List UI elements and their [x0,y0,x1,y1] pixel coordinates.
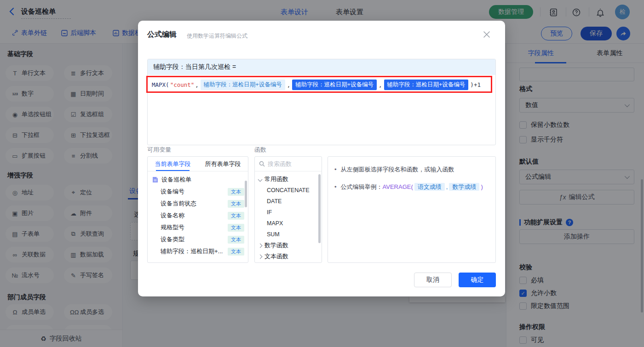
function-search-input[interactable] [268,160,309,167]
field-chip[interactable]: 辅助字段：巡检日期+设备编号 [201,80,285,90]
form-tree-root[interactable]: 设备巡检单 [148,171,248,186]
variables-pane: 当前表单字段 所有表单字段 设备巡检单 设备编号文本 设备当前状态文本 设备名称… [147,156,248,263]
functions-label: 函数 [254,146,266,154]
example-function: AVERAGE( [383,183,413,190]
example-field-chip: 数学成绩 [449,183,479,191]
type-tag: 文本 [228,248,244,256]
function-search[interactable] [255,157,322,171]
variable-field-row[interactable]: 设备编号文本 [148,186,248,198]
example-field-chip: 语文成绩 [414,183,445,191]
variables-label: 可用变量 [147,146,171,154]
formula-input[interactable]: MAPX("count",辅助字段：巡检日期+设备编号,辅助字段：巡检日期+设备… [148,77,495,92]
help-line-1: • 从左侧面板选择字段名和函数，或输入函数 [334,165,489,175]
chevron-right-icon [258,243,263,248]
formula-edit-dialog: 公式编辑 使用数学运算符编辑公式 辅助字段：当日第几次巡检 = MAPX("co… [138,21,505,296]
tab-all-form-fields[interactable]: 所有表单字段 [198,157,248,171]
chevron-down-icon [258,177,263,182]
search-icon [259,161,265,167]
variable-field-row[interactable]: 规格型号文本 [148,222,248,233]
field-chip-selected[interactable]: 辅助字段：巡检日期+设备编号 [384,80,469,90]
confirm-button[interactable]: 确定 [459,273,496,287]
close-icon[interactable] [480,28,493,41]
field-chip-selected[interactable]: 辅助字段：巡检日期+设备编号 [292,80,377,90]
dialog-title: 公式编辑 [147,30,177,40]
variable-field-row[interactable]: 设备名称文本 [148,210,248,222]
formula-editor: 辅助字段：当日第几次巡检 = MAPX("count",辅助字段：巡检日期+设备… [147,59,496,145]
help-line-2: • 公式编辑举例：AVERAGE(语文成绩,数学成绩) [334,182,489,192]
function-group-common[interactable]: 常用函数 [255,174,322,185]
function-item[interactable]: IF [255,207,322,218]
variable-field-row[interactable]: 设备类型文本 [148,233,248,245]
function-item[interactable]: MAPX [255,218,322,229]
function-group-math[interactable]: 数学函数 [255,240,322,251]
type-tag: 文本 [228,212,244,220]
tab-current-form-fields[interactable]: 当前表单字段 [148,157,198,171]
variable-field-row[interactable]: 设备当前状态文本 [148,198,248,210]
function-item[interactable]: CONCATENATE [255,185,322,196]
function-item[interactable]: SUM [255,229,322,240]
type-tag: 文本 [228,200,244,208]
functions-pane: 常用函数 CONCATENATE DATE IF MAPX SUM 数学函数 文… [254,156,322,263]
type-tag: 文本 [228,224,244,232]
variables-scrollbar[interactable] [245,181,247,207]
string-token: "count" [170,81,195,88]
variable-field-row[interactable]: 辅助字段：巡检日期+...文本 [148,245,248,257]
type-tag: 文本 [228,236,244,244]
bullet-icon: • [334,182,337,192]
function-item[interactable]: DATE [255,196,322,207]
function-token: MAPX( [151,81,170,88]
type-tag: 文本 [228,188,244,196]
bullet-icon: • [334,165,337,175]
variables-tabs: 当前表单字段 所有表单字段 [148,157,248,171]
functions-scrollbar[interactable] [318,174,321,243]
cancel-button[interactable]: 取消 [414,273,452,287]
chevron-right-icon [258,254,263,259]
formula-target: 辅助字段：当日第几次巡检 = [148,59,495,75]
form-doc-icon [152,176,158,183]
function-group-text[interactable]: 文本函数 [255,251,322,262]
help-pane: • 从左侧面板选择字段名和函数，或输入函数 • 公式编辑举例：AVERAGE(语… [328,156,496,263]
tail-token: )+1 [470,81,481,88]
dialog-subtitle: 使用数学运算符编辑公式 [187,32,247,40]
